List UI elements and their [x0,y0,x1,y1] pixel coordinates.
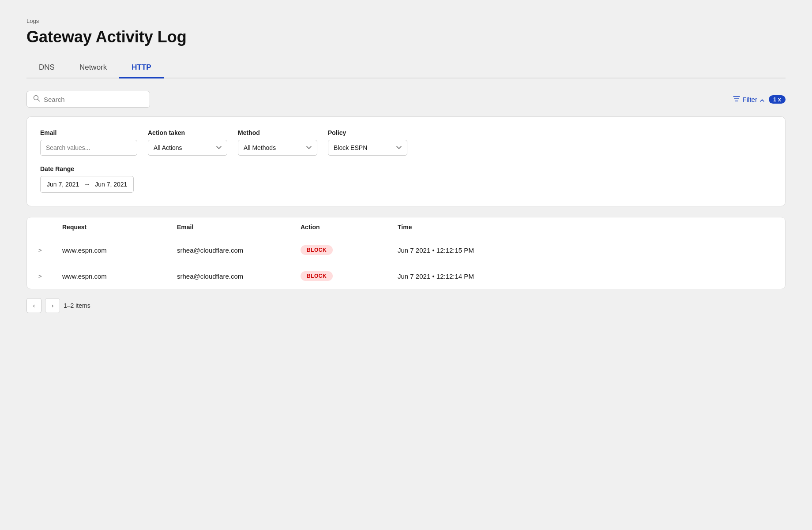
date-arrow-icon: → [83,180,90,188]
date-end: Jun 7, 2021 [95,181,127,188]
filter-label: Filter [743,96,757,103]
filter-badge: 1 x [769,95,786,104]
email-filter-label: Email [40,129,137,136]
search-icon [33,95,40,104]
row-request: www.espn.com [62,246,177,254]
prev-page-button[interactable]: ‹ [26,298,41,313]
col-header-time: Time [398,224,776,231]
tab-dns[interactable]: DNS [26,59,67,78]
tab-http[interactable]: HTTP [119,59,163,78]
search-input[interactable] [44,96,143,103]
method-filter-field: Method All Methods GET POST PUT DELETE [238,129,317,156]
policy-filter-label: Policy [328,129,407,136]
row-action: BLOCK [301,245,398,255]
email-filter-field: Email [40,129,137,156]
pagination: ‹ › 1–2 items [26,298,786,313]
row-email: srhea@cloudflare.com [177,246,301,254]
results-table: Request Email Action Time > www.espn.com… [26,217,786,289]
action-filter-label: Action taken [148,129,227,136]
filter-up-arrow [760,96,764,103]
filter-icon [733,96,740,103]
date-range-field: Date Range Jun 7, 2021 → Jun 7, 2021 [40,165,772,193]
tab-bar: DNS Network HTTP [26,59,786,78]
row-action: BLOCK [301,271,398,281]
row-expander[interactable]: > [36,272,62,280]
action-filter-select[interactable]: All Actions Block Allow [148,140,227,156]
email-filter-input[interactable] [40,140,137,156]
next-page-button[interactable]: › [45,298,60,313]
row-email: srhea@cloudflare.com [177,272,301,280]
date-range-label: Date Range [40,165,772,172]
action-badge: BLOCK [301,271,333,281]
policy-filter-select[interactable]: Block ESPN Allow All Custom Policy [328,140,407,156]
action-badge: BLOCK [301,245,333,255]
filter-area: Filter 1 x [733,95,786,104]
col-header-email: Email [177,224,301,231]
page-info: 1–2 items [64,302,90,309]
table-row: > www.espn.com srhea@cloudflare.com BLOC… [27,263,785,289]
col-header-action: Action [301,224,398,231]
table-header: Request Email Action Time [27,217,785,237]
row-request: www.espn.com [62,272,177,280]
col-header-expander [36,224,62,231]
filter-panel: Email Action taken All Actions Block All… [26,116,786,206]
filter-top-row: Email Action taken All Actions Block All… [40,129,772,156]
breadcrumb: Logs [26,18,786,24]
filter-button[interactable]: Filter [733,96,764,103]
action-filter-field: Action taken All Actions Block Allow [148,129,227,156]
search-box [26,91,150,108]
row-time: Jun 7 2021 • 12:12:14 PM [398,272,776,280]
table-row: > www.espn.com srhea@cloudflare.com BLOC… [27,237,785,263]
page-title: Gateway Activity Log [26,28,786,46]
method-filter-label: Method [238,129,317,136]
date-start: Jun 7, 2021 [47,181,79,188]
policy-filter-field: Policy Block ESPN Allow All Custom Polic… [328,129,407,156]
method-filter-select[interactable]: All Methods GET POST PUT DELETE [238,140,317,156]
date-range-input[interactable]: Jun 7, 2021 → Jun 7, 2021 [40,176,134,193]
row-expander[interactable]: > [36,246,62,254]
col-header-request: Request [62,224,177,231]
tab-network[interactable]: Network [67,59,119,78]
svg-line-1 [38,100,40,101]
search-filter-row: Filter 1 x [26,91,786,108]
row-time: Jun 7 2021 • 12:12:15 PM [398,246,776,254]
